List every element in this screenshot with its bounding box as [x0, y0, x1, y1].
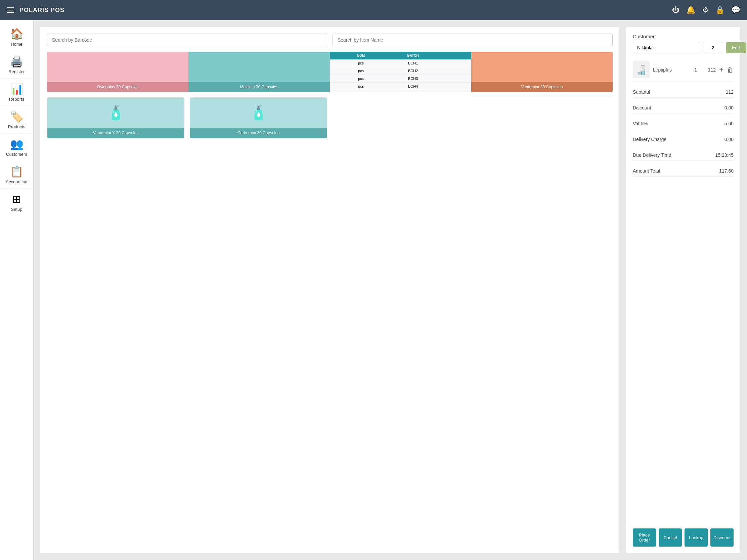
col-batch: BATCH — [383, 52, 443, 59]
cart-item-name: Leptiplus — [653, 67, 689, 73]
sidebar-label-customers: Customers — [6, 152, 27, 157]
table-cell: pcs — [339, 59, 383, 67]
lock-icon[interactable]: 🔒 — [716, 6, 724, 15]
power-icon[interactable]: ⏻ — [672, 6, 679, 15]
table-cell: 3 — [330, 75, 339, 83]
sidebar-label-reports: Reports — [9, 97, 25, 102]
col-uom: UOM — [339, 52, 383, 59]
right-panel: Customer: Edit 🍶 Leptiplus 1 112 + 🗑 — [626, 27, 740, 553]
search-row — [47, 33, 613, 46]
ventreplat-x-label: Ventreplat X 30 Capsules — [47, 128, 184, 138]
lookup-button[interactable]: Lookup — [685, 529, 708, 546]
discount-button[interactable]: Discount — [711, 529, 733, 546]
cart-item-image: 🍶 — [633, 61, 650, 78]
cart-item-leptiplus: 🍶 Leptiplus 1 112 + 🗑 — [633, 58, 733, 82]
product-card-osteoplus[interactable]: Osteoplus 30 Capsules — [47, 52, 188, 92]
accounting-icon: 📋 — [10, 165, 24, 178]
sidebar-item-reports[interactable]: 📊 Reports — [0, 79, 33, 106]
table-cell: BCH1 — [383, 59, 443, 67]
product-card-carbomax[interactable]: 🧴 Carbomax 30 Capsules — [190, 97, 327, 138]
subtotal-label: Subtotal — [633, 89, 650, 95]
cart-item-qty: 1 — [692, 67, 699, 73]
search-barcode-input[interactable] — [47, 33, 327, 46]
nav-icons: ⏻ 🔔 ⚙ 🔒 💬 — [672, 6, 740, 15]
summary-delivery-row: Delivery Charge 0.00 — [633, 134, 733, 145]
table-row[interactable]: 1004LeptiplusMain3pcsBCH41/28/20191/28/2… — [330, 83, 471, 90]
sidebar-item-home[interactable]: 🏠 Home — [0, 24, 33, 51]
table-row[interactable]: 1004LeptiplusMain3pcsBCH11/21/20181/21/2… — [330, 59, 471, 67]
vat-value: 5.60 — [724, 121, 733, 126]
chat-icon[interactable]: 💬 — [731, 6, 740, 15]
cancel-button[interactable]: Cancel — [659, 529, 682, 546]
product-card-ventreplat[interactable]: Ventreplat 30 Capsules — [471, 52, 613, 92]
edit-button[interactable]: Edit — [726, 42, 746, 53]
table-row[interactable]: 1004LeptiplusMain3pcsBCH25/21/20185/21/2… — [330, 67, 471, 75]
notification-icon[interactable]: 🔔 — [686, 6, 695, 15]
product-cards-top: Osteoplus 30 Capsules Multivita 30 Capsu… — [47, 52, 613, 92]
table-cell: 9/21/2018 — [443, 75, 471, 83]
cart-item-delete-button[interactable]: 🗑 — [727, 66, 733, 74]
sidebar-label-register: Register — [8, 69, 25, 74]
search-item-input[interactable] — [333, 33, 613, 46]
product-card-ventreplat-x[interactable]: 🧴 Ventreplat X 30 Capsules — [47, 97, 184, 138]
table-cell: BCH4 — [383, 83, 443, 90]
sidebar-item-setup[interactable]: ⊞ Setup — [0, 189, 33, 216]
table-cell: 3 — [330, 59, 339, 67]
summary-total-row: Amount Total 117.60 — [633, 165, 733, 177]
table-cell: BCH3 — [383, 75, 443, 83]
ventreplat-x-image: 🧴 — [47, 98, 184, 128]
delivery-value: 0.00 — [724, 137, 733, 142]
cart-item-add-button[interactable]: + — [719, 65, 723, 74]
cart-item-price: 112 — [702, 67, 716, 73]
col-man-date: MAN. DATE — [443, 52, 471, 59]
main-layout: 🏠 Home 🖨️ Register 📊 Reports 🏷️ Products… — [0, 20, 747, 560]
content-area: Osteoplus 30 Capsules Multivita 30 Capsu… — [33, 20, 747, 560]
product-card-leptiplus[interactable]: Leptiplus 30 Capsules ITEM CODE NAME LOC… — [330, 52, 471, 92]
products-icon: 🏷️ — [10, 110, 24, 123]
summary-due-delivery-row: Due Delivery Time 15:23:45 — [633, 150, 733, 161]
settings-icon[interactable]: ⚙ — [702, 6, 709, 15]
due-delivery-label: Due Delivery Time — [633, 153, 671, 158]
ventreplat-label: Ventreplat 30 Capsules — [471, 82, 613, 92]
setup-icon: ⊞ — [12, 193, 21, 206]
multivita-image — [188, 52, 330, 82]
sidebar-label-products: Products — [8, 124, 25, 129]
summary-subtotal-row: Subtotal 112 — [633, 87, 733, 98]
hamburger-menu[interactable] — [7, 7, 14, 13]
table-cell: pcs — [339, 75, 383, 83]
carbomax-label: Carbomax 30 Capsules — [190, 128, 327, 138]
col-qoh: QOH — [330, 52, 339, 59]
sidebar-item-customers[interactable]: 👥 Customers — [0, 134, 33, 161]
sidebar-label-home: Home — [11, 42, 23, 47]
table-cell: 1/28/2019 — [443, 83, 471, 90]
discount-value: 0.00 — [724, 105, 733, 110]
total-value: 117.60 — [719, 168, 733, 174]
batch-table-overlay: ITEM CODE NAME LOCATION QOH UOM BATCH MA… — [330, 52, 471, 92]
app-title: POLARIS POS — [20, 7, 672, 14]
table-cell: 1/21/2018 — [443, 59, 471, 67]
sidebar-item-register[interactable]: 🖨️ Register — [0, 51, 33, 79]
sidebar-item-accounting[interactable]: 📋 Accounting — [0, 161, 33, 189]
sidebar-item-products[interactable]: 🏷️ Products — [0, 106, 33, 134]
home-icon: 🏠 — [10, 28, 24, 40]
reports-icon: 📊 — [10, 83, 24, 95]
customer-label: Customer: — [633, 33, 733, 39]
place-order-button[interactable]: Place Order — [633, 529, 656, 546]
due-delivery-value: 15:23:45 — [716, 153, 734, 158]
customer-name-input[interactable] — [633, 42, 700, 53]
table-cell: 3 — [330, 67, 339, 75]
customer-qty-input[interactable] — [703, 42, 723, 53]
osteoplus-label: Osteoplus 30 Capsules — [47, 82, 188, 92]
table-row[interactable]: 1004LeptiplusMain3pcsBCH39/21/20189/21/2… — [330, 75, 471, 83]
sidebar-label-accounting: Accounting — [6, 179, 27, 184]
vat-label: Vat 5% — [633, 121, 648, 126]
table-cell: 3 — [330, 83, 339, 90]
carbomax-image: 🧴 — [190, 98, 327, 128]
table-cell: pcs — [339, 67, 383, 75]
customer-section: Customer: Edit — [633, 33, 733, 53]
customers-icon: 👥 — [10, 138, 24, 151]
table-cell: 5/21/2018 — [443, 67, 471, 75]
discount-label: Discount — [633, 105, 651, 110]
subtotal-value: 112 — [726, 89, 733, 95]
product-card-multivita[interactable]: Multivita 30 Capsules — [188, 52, 330, 92]
